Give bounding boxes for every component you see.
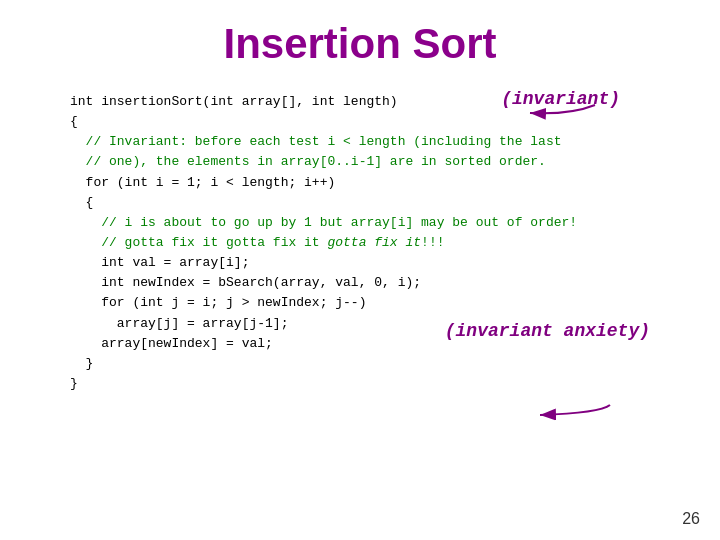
- page-number: 26: [682, 510, 700, 528]
- code-line-5: for (int i = 1; i < length; i++): [70, 173, 680, 193]
- code-text: int newIndex = bSearch(array, val, 0, i)…: [70, 275, 421, 290]
- slide: Insertion Sort int insertionSort(int arr…: [0, 0, 720, 540]
- code-line-4: // one), the elements in array[0..i-1] a…: [70, 152, 680, 172]
- code-text: for (int i = 1; i < length; i++): [70, 175, 335, 190]
- code-line-8: // gotta fix it gotta fix it gotta fix i…: [70, 233, 680, 253]
- code-text: int val = array[i];: [70, 255, 249, 270]
- code-line-14: }: [70, 354, 680, 374]
- code-line-15: }: [70, 374, 680, 394]
- code-text: // i is about to go up by 1 but array[i]…: [70, 215, 577, 230]
- code-line-11: for (int j = i; j > newIndex; j--): [70, 293, 680, 313]
- code-text: }: [70, 376, 78, 391]
- code-line-10: int newIndex = bSearch(array, val, 0, i)…: [70, 273, 680, 293]
- code-text: // Invariant: before each test i < lengt…: [70, 134, 561, 149]
- code-text: int insertionSort(int array[], int lengt…: [70, 94, 398, 109]
- slide-title: Insertion Sort: [40, 20, 680, 68]
- code-text: array[newIndex] = val;: [70, 336, 273, 351]
- code-text: {: [70, 114, 78, 129]
- code-line-6: {: [70, 193, 680, 213]
- code-text: // one), the elements in array[0..i-1] a…: [70, 154, 546, 169]
- invariant-label: (invariant): [501, 86, 620, 114]
- code-text: {: [70, 195, 93, 210]
- invariant-anxiety-label: (invariant anxiety): [445, 318, 650, 346]
- code-line-2: {: [70, 112, 680, 132]
- code-line-3: // Invariant: before each test i < lengt…: [70, 132, 680, 152]
- code-line-7: // i is about to go up by 1 but array[i]…: [70, 213, 680, 233]
- code-text: for (int j = i; j > newIndex; j--): [70, 295, 366, 310]
- code-text: array[j] = array[j-1];: [70, 316, 288, 331]
- code-line-9: int val = array[i];: [70, 253, 680, 273]
- code-area: int insertionSort(int array[], int lengt…: [70, 92, 680, 394]
- code-text: }: [70, 356, 93, 371]
- code-text: // gotta fix it gotta fix it gotta fix i…: [70, 235, 444, 250]
